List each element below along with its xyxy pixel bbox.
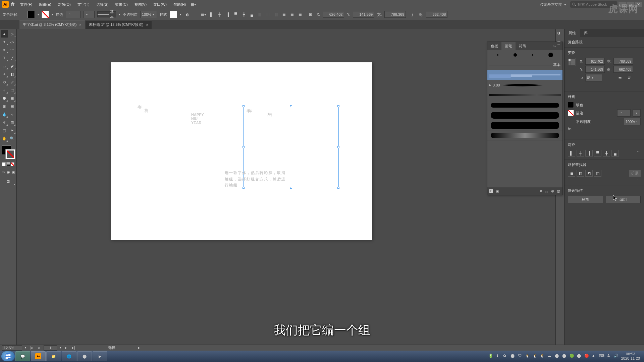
dist-h3-icon[interactable]: |||: [272, 11, 280, 18]
width-tool[interactable]: ⟊: [1, 86, 8, 94]
more-options-icon[interactable]: ⋯: [637, 132, 641, 136]
screen-pres-icon[interactable]: ▣: [11, 168, 16, 176]
tray-icon[interactable]: ✿: [503, 354, 508, 359]
taskbar-illustrator[interactable]: Ai: [31, 351, 46, 361]
mesh-tool[interactable]: ⊞: [1, 103, 8, 110]
link-wh-icon[interactable]: ⟆: [409, 11, 416, 18]
tray-icon[interactable]: 🛡: [518, 354, 523, 359]
tab-brushes[interactable]: 画笔: [501, 42, 516, 50]
artboard-tool[interactable]: ▢: [1, 127, 8, 134]
tab-libraries[interactable]: 库: [580, 29, 592, 37]
tray-icon[interactable]: ⬤: [577, 354, 582, 359]
home-icon[interactable]: [10, 1, 16, 7]
doc-tab-1[interactable]: 未标题-1* @ 12.5% (CMYK/预览)×: [86, 20, 152, 29]
brush-lib2-icon[interactable]: ▣: [496, 189, 499, 193]
prop-x-input[interactable]: [585, 58, 605, 65]
opacity-input[interactable]: 100%▾: [140, 11, 157, 18]
stroke-swatch[interactable]: [42, 11, 49, 18]
scale-tool[interactable]: ⤢: [9, 78, 16, 86]
pen-tool[interactable]: ✒: [1, 46, 8, 54]
menu-view[interactable]: 视图(V): [132, 1, 150, 8]
maximize-button[interactable]: ▭: [627, 2, 634, 7]
pf-unite-icon[interactable]: ◼: [568, 170, 575, 177]
align-left-icon[interactable]: ▌: [208, 11, 215, 18]
x-input[interactable]: [323, 11, 344, 18]
recolor-icon[interactable]: ◐: [184, 11, 191, 18]
menu-select[interactable]: 选择(S): [94, 1, 111, 8]
close-icon[interactable]: ×: [79, 23, 81, 27]
magic-wand-tool[interactable]: ✦: [1, 38, 8, 46]
shape-mode-icon[interactable]: ⊞: [307, 11, 314, 18]
lasso-tool[interactable]: ᔕ: [9, 38, 16, 46]
prev-artboard-icon[interactable]: ◂: [36, 346, 41, 350]
tab-properties[interactable]: 属性: [565, 29, 580, 37]
status-menu-icon[interactable]: ▸: [138, 346, 140, 350]
menu-edit[interactable]: 编辑(E): [36, 1, 54, 8]
align-top-icon[interactable]: ▀: [594, 150, 601, 157]
line-tool[interactable]: ╱: [9, 54, 16, 62]
align-bottom-icon[interactable]: ▄: [611, 150, 619, 157]
zoom-level[interactable]: 12.5%: [2, 345, 22, 351]
screen-mode-icon[interactable]: ⊡: [1, 178, 15, 185]
align-top-icon[interactable]: ▀: [232, 11, 239, 18]
prop-w-input[interactable]: [613, 58, 633, 65]
panel-menu-icon[interactable]: ☰: [557, 44, 560, 48]
brush-item[interactable]: [487, 100, 562, 110]
taskbar-clock[interactable]: 08:532020-11-20: [621, 352, 640, 361]
tray-icon[interactable]: 🔴: [584, 354, 590, 359]
taskbar-player[interactable]: ▶: [93, 351, 107, 361]
artboard-number[interactable]: 1: [44, 345, 57, 351]
remove-stroke-icon[interactable]: ✕: [539, 189, 542, 193]
brush-item[interactable]: [487, 90, 562, 100]
tray-icon[interactable]: 🐧: [525, 354, 531, 359]
taskbar-obs[interactable]: ⬤: [77, 351, 92, 361]
brush-options-icon[interactable]: ☷: [545, 189, 548, 193]
menu-object[interactable]: 对象(O): [55, 1, 73, 8]
prop-fill-swatch[interactable]: [568, 102, 574, 108]
type-tool[interactable]: T: [1, 54, 8, 62]
tray-icon[interactable]: 🌡: [496, 354, 501, 359]
selection-tool[interactable]: ▲: [1, 30, 8, 38]
brush-item[interactable]: 基本: [487, 60, 562, 70]
stroke-weight[interactable]: ⌃: [66, 11, 80, 18]
pf-exclude-icon[interactable]: ◫: [594, 170, 601, 177]
group-button[interactable]: 编组: [606, 196, 641, 203]
dist-h2-icon[interactable]: |||: [264, 11, 272, 18]
curvature-tool[interactable]: 〰: [9, 46, 16, 54]
brush-item-selected[interactable]: [487, 70, 562, 80]
workspace-switcher[interactable]: 传统基本功能▾: [537, 1, 569, 8]
shape-builder-tool[interactable]: ⬢: [1, 95, 8, 102]
pf-minus-icon[interactable]: ◧: [577, 170, 584, 177]
blend-tool[interactable]: ⟐: [9, 111, 16, 118]
tray-network-icon[interactable]: 🖧: [606, 354, 612, 359]
close-icon[interactable]: ×: [146, 23, 148, 27]
dist-v1-icon[interactable]: ☰: [280, 11, 288, 18]
tray-volume-icon[interactable]: 🔊: [614, 354, 619, 359]
prop-angle[interactable]: 0°▾: [585, 74, 602, 81]
menu-text[interactable]: 文字(T): [75, 1, 92, 8]
align-left-icon[interactable]: ▌: [568, 150, 575, 157]
prop-stroke-swatch[interactable]: [568, 110, 574, 116]
tab-symbols[interactable]: 符号: [516, 42, 530, 50]
canvas[interactable]: 牛年 大吉 HAPPYNIUYEAR 牛年 大吉 选一款字体，然后转轮廓，取消 …: [17, 29, 555, 351]
menu-window[interactable]: 窗口(W): [151, 1, 169, 8]
eyedropper-tool[interactable]: 💧: [1, 111, 8, 118]
graph-tool[interactable]: ▥: [9, 119, 16, 126]
tray-icon[interactable]: ⬤: [562, 354, 568, 359]
slice-tool[interactable]: ✂: [9, 127, 16, 134]
menu-file[interactable]: 文件(F): [17, 1, 35, 8]
align-right-icon[interactable]: ▐: [585, 150, 593, 157]
delete-brush-icon[interactable]: 🗑: [557, 189, 560, 193]
tray-expand-icon[interactable]: ▲: [592, 354, 597, 359]
zoom-tool[interactable]: 🔍: [9, 135, 16, 142]
flip-v-icon[interactable]: ⇵: [626, 74, 633, 81]
screen-full-icon[interactable]: ◉: [6, 168, 11, 176]
brush-lib-icon[interactable]: 🅿︎: [489, 189, 493, 193]
rotate-tool[interactable]: ⟲: [1, 78, 8, 86]
dist-h1-icon[interactable]: |||: [256, 11, 264, 18]
color-mode-icon[interactable]: [2, 162, 6, 166]
brush-item[interactable]: ▸3.00: [487, 80, 562, 90]
y-input[interactable]: [353, 11, 374, 18]
vsp-dd[interactable]: ▾: [83, 11, 95, 18]
close-button[interactable]: ✕: [635, 2, 642, 7]
